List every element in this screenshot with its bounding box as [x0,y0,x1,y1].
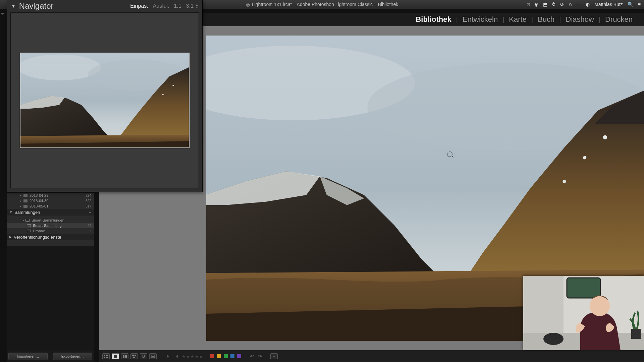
svg-rect-14 [135,355,136,356]
zoom-fit[interactable]: Einpas. [130,3,148,9]
zoom-ratio[interactable]: 3:1 [186,3,194,9]
navigator-zoom-picker: Einpas. Ausfül. 1:1 3:1 ▲▼ [130,3,198,9]
folder-name: 2018-05-01 [30,204,86,208]
spotlight-icon[interactable]: 🔍 [628,2,633,7]
module-diashow[interactable]: Diashow [561,15,599,24]
disclosure-icon[interactable]: ▸ [23,219,24,222]
collection-count: 22 [88,224,91,228]
publish-header[interactable]: ▶ Veröffentlichungsdienste + [7,234,94,240]
svg-point-29 [543,333,564,345]
collection-name: Drohne [33,229,89,233]
svg-point-23 [162,94,164,95]
loupe-view-button[interactable] [112,353,119,359]
svg-rect-7 [106,355,108,356]
sort-direction-button[interactable] [167,355,170,358]
svg-rect-12 [125,355,127,358]
status-icon[interactable]: ◐ [586,2,590,7]
svg-point-5 [562,180,566,183]
svg-rect-10 [114,355,117,358]
module-drucken[interactable]: Drucken [600,15,637,24]
folder-count: 317 [86,204,91,208]
menubar-status-area: ⎚ ◉ ⬒ ⥁ ⟳ ⎋ — ◐ Matthias Butz 🔍 ≡ [527,0,641,9]
status-icon[interactable]: ⟳ [560,2,564,7]
collection-row[interactable]: Drohne 2 [7,228,94,234]
color-label-yellow[interactable] [217,354,221,358]
status-icon[interactable]: ◉ [534,2,538,7]
collections-header[interactable]: ▼ Sammlungen + [7,209,94,216]
color-label-red[interactable] [210,354,214,358]
collection-name: Smart-Sammlungen [32,218,91,222]
rating-stars[interactable]: ★★★★★ [181,353,203,359]
svg-rect-15 [133,357,135,358]
folder-icon [23,199,28,202]
collection-count: 2 [89,229,91,233]
module-buch[interactable]: Buch [533,15,559,24]
chevron-down-icon[interactable]: ▼ [9,210,12,214]
module-karte[interactable]: Karte [504,15,531,24]
status-icon[interactable]: ⥁ [552,2,555,7]
zoom-cursor-icon [447,152,452,157]
color-label-purple[interactable] [237,354,241,358]
folder-row[interactable]: ▸ 2018-05-01 317 [7,203,94,209]
navigator-panel: ▼ Navigator Einpas. Ausfül. 1:1 3:1 ▲▼ [7,0,203,192]
map-view-button[interactable] [149,353,157,359]
collection-row[interactable]: ▸ Smart-Sammlungen [7,218,94,223]
module-entwickeln[interactable]: Entwickeln [458,15,502,24]
collection-name: Smart-Sammlung [33,224,88,228]
svg-rect-9 [106,357,108,358]
add-publish-button[interactable]: + [89,235,91,240]
folder-row[interactable]: ▸ 2018-04-29 224 [7,193,94,198]
zoom-fill[interactable]: Ausfül. [153,3,169,9]
import-button[interactable]: Importieren… [8,353,48,360]
export-button[interactable]: Exportieren… [53,353,92,360]
disclosure-icon[interactable]: ▸ [20,194,21,197]
grid-view-button[interactable] [102,353,110,359]
menu-icon[interactable]: ≡ [638,2,641,7]
svg-rect-31 [631,329,641,339]
publish-title: Veröffentlichungsdienste [14,235,61,240]
rotate-ccw-button[interactable]: ↶ [249,354,255,359]
folder-row[interactable]: ▸ 2018-04-30 322 [7,198,94,203]
svg-rect-13 [132,355,134,356]
chevron-right-icon[interactable]: ▶ [9,235,12,239]
color-label-blue[interactable] [230,354,234,358]
navigator-body [10,12,199,188]
folder-count: 224 [86,194,91,197]
svg-point-4 [583,156,586,159]
status-icon[interactable]: ⎚ [527,2,530,7]
collection-row[interactable]: Smart-Sammlung 22 [7,223,94,228]
panel-collapse-arrow[interactable] [0,13,5,15]
svg-rect-6 [104,355,105,356]
library-toolbar: ★★★★★ ↶ ↷ [99,350,644,362]
status-icon[interactable]: ⬒ [543,2,547,7]
add-collection-button[interactable]: + [89,210,91,215]
disclosure-icon[interactable]: ▸ [20,205,21,208]
compare-view-button[interactable] [121,353,128,359]
chevron-down-icon[interactable]: ▼ [11,3,16,9]
collections-title: Sammlungen [14,210,40,215]
zoom-stepper[interactable]: ▲▼ [196,4,198,9]
color-label-green[interactable] [224,354,228,358]
folder-icon [23,205,28,208]
status-icon[interactable]: ⎋ [569,2,572,7]
identity-plate-strip [201,9,644,13]
left-panel-empty [7,246,94,350]
people-view-button[interactable] [140,353,147,359]
survey-view-button[interactable] [130,353,138,359]
sort-direction-button[interactable] [175,355,178,358]
navigator-thumbnail[interactable] [20,53,190,148]
collection-icon [27,230,31,232]
folder-icon [23,194,28,197]
navigator-header[interactable]: ▼ Navigator Einpas. Ausfül. 1:1 3:1 ▲▼ [7,0,202,12]
menubar-username[interactable]: Matthias Butz [594,2,623,7]
document-icon: ◎ [246,2,250,7]
module-bibliothek[interactable]: Bibliothek [411,15,456,24]
module-picker: Bibliothek| Entwickeln| Karte| Buch| Dia… [201,13,644,26]
rotate-cw-button[interactable]: ↷ [257,354,263,359]
window-title-text: Lightroom 1x1.lrcat – Adobe Photoshop Li… [252,2,398,7]
svg-point-18 [152,356,154,357]
disclosure-icon[interactable]: ▸ [20,199,21,202]
sync-button[interactable] [270,353,278,359]
status-icon[interactable]: — [576,2,581,7]
zoom-1-1[interactable]: 1:1 [174,3,181,9]
